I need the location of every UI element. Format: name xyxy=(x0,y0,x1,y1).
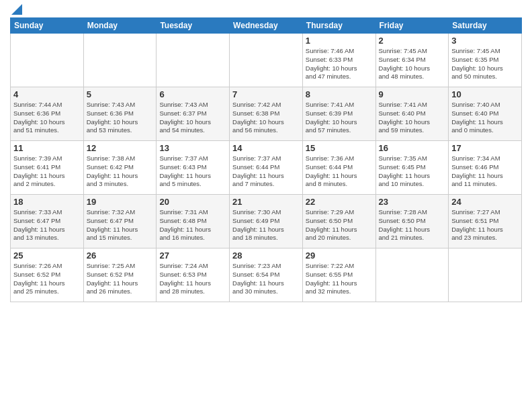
calendar-cell: 20Sunrise: 7:31 AMSunset: 6:48 PMDayligh… xyxy=(157,195,230,248)
day-number: 11 xyxy=(13,143,81,153)
day-info: Sunrise: 7:32 AMSunset: 6:47 PMDaylight:… xyxy=(87,208,154,242)
header xyxy=(10,7,522,12)
calendar-cell xyxy=(375,248,449,302)
calendar-cell: 13Sunrise: 7:37 AMSunset: 6:43 PMDayligh… xyxy=(157,141,230,195)
day-number: 16 xyxy=(379,143,446,153)
day-number: 22 xyxy=(306,197,373,207)
day-info: Sunrise: 7:41 AMSunset: 6:39 PMDaylight:… xyxy=(306,101,373,135)
calendar-cell: 3Sunrise: 7:45 AMSunset: 6:35 PMDaylight… xyxy=(449,34,522,87)
calendar-cell: 23Sunrise: 7:28 AMSunset: 6:50 PMDayligh… xyxy=(375,195,449,248)
calendar-cell: 18Sunrise: 7:33 AMSunset: 6:47 PMDayligh… xyxy=(11,195,84,248)
day-number: 29 xyxy=(306,250,373,261)
calendar-cell xyxy=(230,34,303,87)
day-info: Sunrise: 7:33 AMSunset: 6:47 PMDaylight:… xyxy=(13,208,81,242)
day-number: 4 xyxy=(13,89,81,99)
day-info: Sunrise: 7:36 AMSunset: 6:44 PMDaylight:… xyxy=(306,154,373,189)
calendar-cell: 25Sunrise: 7:26 AMSunset: 6:52 PMDayligh… xyxy=(11,248,84,302)
day-info: Sunrise: 7:37 AMSunset: 6:43 PMDaylight:… xyxy=(159,154,226,189)
calendar-cell: 22Sunrise: 7:29 AMSunset: 6:50 PMDayligh… xyxy=(302,195,375,248)
calendar-body: 1Sunrise: 7:46 AMSunset: 6:33 PMDaylight… xyxy=(11,34,522,302)
calendar-cell xyxy=(449,248,522,302)
calendar-cell xyxy=(11,34,84,87)
day-info: Sunrise: 7:43 AMSunset: 6:36 PMDaylight:… xyxy=(87,101,154,135)
calendar-cell: 7Sunrise: 7:42 AMSunset: 6:38 PMDaylight… xyxy=(230,87,303,141)
weekday-header-wednesday: Wednesday xyxy=(230,18,303,34)
calendar-week-row: 18Sunrise: 7:33 AMSunset: 6:47 PMDayligh… xyxy=(11,195,522,248)
day-info: Sunrise: 7:38 AMSunset: 6:42 PMDaylight:… xyxy=(87,154,154,189)
day-number: 21 xyxy=(232,197,300,207)
calendar-table: SundayMondayTuesdayWednesdayThursdayFrid… xyxy=(10,17,522,302)
day-number: 17 xyxy=(451,143,519,153)
calendar-cell: 16Sunrise: 7:35 AMSunset: 6:45 PMDayligh… xyxy=(375,141,449,195)
calendar-cell xyxy=(83,34,157,87)
day-info: Sunrise: 7:45 AMSunset: 6:34 PMDaylight:… xyxy=(379,47,446,81)
day-info: Sunrise: 7:29 AMSunset: 6:50 PMDaylight:… xyxy=(306,208,373,242)
calendar-cell: 24Sunrise: 7:27 AMSunset: 6:51 PMDayligh… xyxy=(449,195,522,248)
day-number: 8 xyxy=(306,89,373,99)
day-info: Sunrise: 7:22 AMSunset: 6:55 PMDaylight:… xyxy=(306,262,373,296)
day-number: 1 xyxy=(306,36,373,46)
calendar-cell: 11Sunrise: 7:39 AMSunset: 6:41 PMDayligh… xyxy=(11,141,84,195)
day-info: Sunrise: 7:39 AMSunset: 6:41 PMDaylight:… xyxy=(13,154,81,189)
calendar-cell: 4Sunrise: 7:44 AMSunset: 6:36 PMDaylight… xyxy=(11,87,84,141)
calendar-cell: 2Sunrise: 7:45 AMSunset: 6:34 PMDaylight… xyxy=(375,34,449,87)
calendar-cell: 21Sunrise: 7:30 AMSunset: 6:49 PMDayligh… xyxy=(230,195,303,248)
day-number: 19 xyxy=(87,197,154,207)
weekday-header-friday: Friday xyxy=(375,18,449,34)
day-info: Sunrise: 7:37 AMSunset: 6:44 PMDaylight:… xyxy=(232,154,300,189)
day-number: 28 xyxy=(232,250,300,261)
day-number: 7 xyxy=(232,89,300,99)
day-number: 18 xyxy=(13,197,81,207)
day-number: 5 xyxy=(87,89,154,99)
day-number: 23 xyxy=(379,197,446,207)
calendar-cell: 17Sunrise: 7:34 AMSunset: 6:46 PMDayligh… xyxy=(449,141,522,195)
day-number: 25 xyxy=(13,250,81,261)
calendar-cell: 9Sunrise: 7:41 AMSunset: 6:40 PMDaylight… xyxy=(375,87,449,141)
calendar-cell: 1Sunrise: 7:46 AMSunset: 6:33 PMDaylight… xyxy=(302,34,375,87)
calendar-week-row: 1Sunrise: 7:46 AMSunset: 6:33 PMDaylight… xyxy=(11,34,522,87)
weekday-header-thursday: Thursday xyxy=(302,18,375,34)
day-info: Sunrise: 7:34 AMSunset: 6:46 PMDaylight:… xyxy=(451,154,519,189)
calendar-cell: 29Sunrise: 7:22 AMSunset: 6:55 PMDayligh… xyxy=(302,248,375,302)
svg-marker-0 xyxy=(11,4,22,15)
calendar-cell: 6Sunrise: 7:43 AMSunset: 6:37 PMDaylight… xyxy=(157,87,230,141)
day-number: 26 xyxy=(87,250,154,261)
day-info: Sunrise: 7:44 AMSunset: 6:36 PMDaylight:… xyxy=(13,101,81,135)
day-info: Sunrise: 7:43 AMSunset: 6:37 PMDaylight:… xyxy=(159,101,226,135)
day-number: 6 xyxy=(159,89,226,99)
calendar-cell: 10Sunrise: 7:40 AMSunset: 6:40 PMDayligh… xyxy=(449,87,522,141)
calendar-cell: 19Sunrise: 7:32 AMSunset: 6:47 PMDayligh… xyxy=(83,195,157,248)
logo xyxy=(10,7,22,12)
calendar-header: SundayMondayTuesdayWednesdayThursdayFrid… xyxy=(11,18,522,34)
calendar-cell: 26Sunrise: 7:25 AMSunset: 6:52 PMDayligh… xyxy=(83,248,157,302)
weekday-header-row: SundayMondayTuesdayWednesdayThursdayFrid… xyxy=(11,18,522,34)
day-info: Sunrise: 7:24 AMSunset: 6:53 PMDaylight:… xyxy=(159,262,226,296)
day-number: 20 xyxy=(159,197,226,207)
calendar-cell: 15Sunrise: 7:36 AMSunset: 6:44 PMDayligh… xyxy=(302,141,375,195)
day-info: Sunrise: 7:30 AMSunset: 6:49 PMDaylight:… xyxy=(232,208,300,242)
day-info: Sunrise: 7:45 AMSunset: 6:35 PMDaylight:… xyxy=(451,47,519,81)
day-number: 24 xyxy=(451,197,519,207)
day-number: 2 xyxy=(379,36,446,46)
calendar-cell xyxy=(157,34,230,87)
day-number: 27 xyxy=(159,250,226,261)
logo-icon xyxy=(11,4,22,15)
day-info: Sunrise: 7:26 AMSunset: 6:52 PMDaylight:… xyxy=(13,262,81,296)
calendar-cell: 5Sunrise: 7:43 AMSunset: 6:36 PMDaylight… xyxy=(83,87,157,141)
day-number: 14 xyxy=(232,143,300,153)
calendar-cell: 28Sunrise: 7:23 AMSunset: 6:54 PMDayligh… xyxy=(230,248,303,302)
calendar-week-row: 4Sunrise: 7:44 AMSunset: 6:36 PMDaylight… xyxy=(11,87,522,141)
day-number: 12 xyxy=(87,143,154,153)
weekday-header-tuesday: Tuesday xyxy=(157,18,230,34)
calendar-cell: 27Sunrise: 7:24 AMSunset: 6:53 PMDayligh… xyxy=(157,248,230,302)
calendar-week-row: 25Sunrise: 7:26 AMSunset: 6:52 PMDayligh… xyxy=(11,248,522,302)
day-info: Sunrise: 7:41 AMSunset: 6:40 PMDaylight:… xyxy=(379,101,446,135)
day-info: Sunrise: 7:23 AMSunset: 6:54 PMDaylight:… xyxy=(232,262,300,296)
calendar-cell: 8Sunrise: 7:41 AMSunset: 6:39 PMDaylight… xyxy=(302,87,375,141)
day-number: 3 xyxy=(451,36,519,46)
day-info: Sunrise: 7:25 AMSunset: 6:52 PMDaylight:… xyxy=(87,262,154,296)
day-number: 9 xyxy=(379,89,446,99)
day-number: 10 xyxy=(451,89,519,99)
weekday-header-sunday: Sunday xyxy=(11,18,84,34)
calendar-week-row: 11Sunrise: 7:39 AMSunset: 6:41 PMDayligh… xyxy=(11,141,522,195)
